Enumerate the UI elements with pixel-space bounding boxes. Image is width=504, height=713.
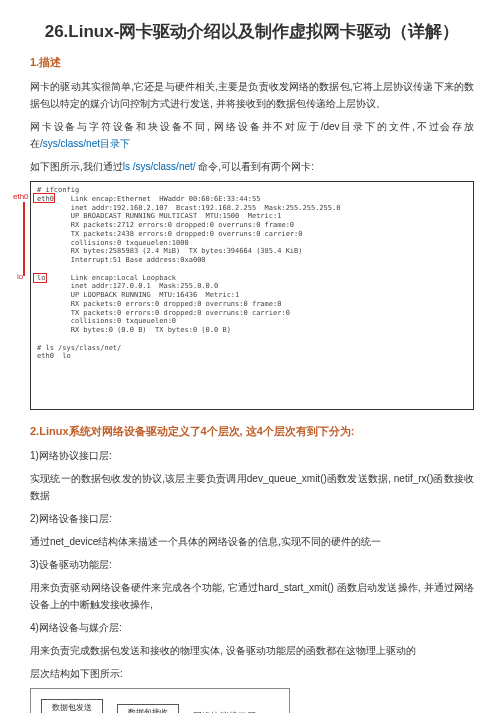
annotation-eth0-box [33, 193, 55, 203]
para: 如下图所示,我们通过ls /sys/class/net/ 命令,可以看到有两个网… [30, 158, 474, 175]
page-title: 26.Linux-网卡驱动介绍以及制作虚拟网卡驱动（详解） [30, 20, 474, 43]
section-1-heading: 1.描述 [30, 55, 474, 70]
box-send: 数据包发送dev_queue_xmit ( ) [41, 699, 103, 713]
section-2-heading: 2.Linux系统对网络设备驱动定义了4个层次, 这4个层次有到下分为: [30, 424, 474, 439]
para: 用来负责完成数据包发送和接收的物理实体, 设备驱动功能层的函数都在这物理上驱动的 [30, 642, 474, 659]
subhead: 3)设备驱动功能层: [30, 556, 474, 573]
para: 通过net_device结构体来描述一个具体的网络设备的信息,实现不同的硬件的统… [30, 533, 474, 550]
path-highlight: /sys/class/net目录下 [40, 138, 130, 149]
terminal-output: # ifconfig eth0 Link encap:Ethernet HWad… [30, 181, 474, 410]
para: 用来负责驱动网络设备硬件来完成各个功能, 它通过hard_start_xmit(… [30, 579, 474, 613]
layer-diagram: 数据包发送dev_queue_xmit ( ) ↔ 数据包接收netif_rx … [30, 688, 290, 713]
subhead: 2)网络设备接口层: [30, 510, 474, 527]
para: 实现统一的数据包收发的协议,该层主要负责调用dev_queue_xmit()函数… [30, 470, 474, 504]
cmd-highlight: ls /sys/class/net/ [123, 161, 196, 172]
para: 网卡设备与字符设备和块设备不同, 网络设备并不对应于/dev目录下的文件,不过会… [30, 118, 474, 152]
subhead: 1)网络协议接口层: [30, 447, 474, 464]
annotation-line [23, 202, 25, 276]
annotation-eth0-label: eth0 [13, 192, 29, 202]
box-recv: 数据包接收netif_rx ( ) [117, 704, 179, 713]
para: 层次结构如下图所示: [30, 665, 474, 682]
subhead: 4)网络设备与媒介层: [30, 619, 474, 636]
para: 网卡的驱动其实很简单,它还是与硬件相关,主要是负责收发网络的数据包,它将上层协议… [30, 78, 474, 112]
annotation-lo-box [33, 273, 47, 283]
